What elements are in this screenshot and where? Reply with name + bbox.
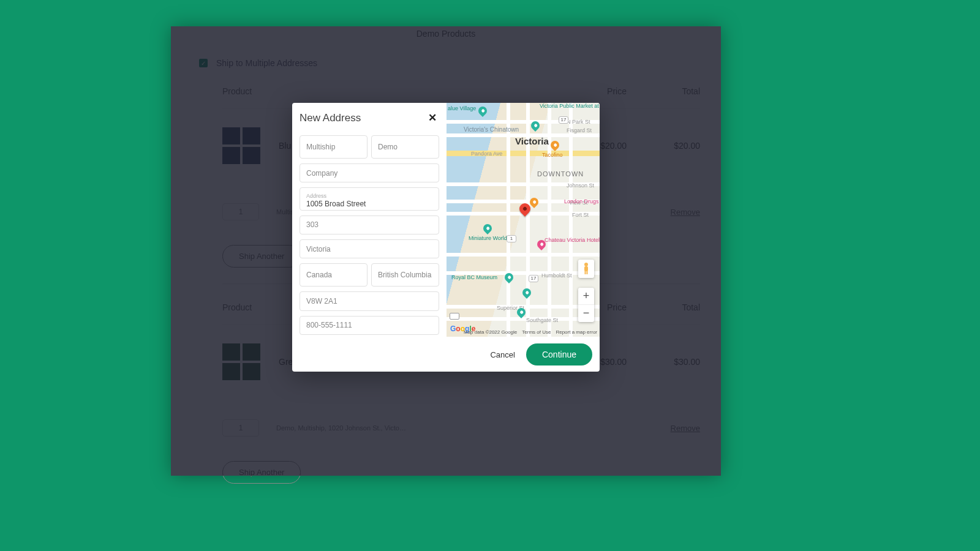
- modal-footer: Cancel Continue: [292, 337, 600, 372]
- close-icon[interactable]: ✕: [426, 109, 439, 127]
- poi-public-market-label: Victoria Public Market at the Hudson: [540, 103, 595, 109]
- map-chinatown-label: Victoria's Chinatown: [464, 126, 519, 133]
- modal-form: New Address ✕ Multiship Demo Company Add…: [292, 103, 447, 337]
- map-report[interactable]: Report a map error: [556, 329, 597, 335]
- zoom-controls: + −: [578, 288, 594, 322]
- address2-field[interactable]: 303: [300, 216, 439, 234]
- svg-rect-3: [587, 271, 588, 274]
- address-field[interactable]: Address 1005 Broad Street: [300, 187, 439, 210]
- city-field[interactable]: Victoria: [300, 239, 439, 258]
- map-panel[interactable]: Victoria DOWNTOWN Victoria's Chinatown P…: [447, 103, 600, 337]
- first-name-field[interactable]: Multiship: [300, 135, 368, 159]
- poi-value-village: [477, 105, 489, 117]
- last-name-field[interactable]: Demo: [371, 135, 439, 159]
- map-terms[interactable]: Terms of Use: [522, 329, 551, 335]
- poi-value-village-label: alue Village: [448, 105, 476, 111]
- poi-miniature-label: Miniature World: [469, 235, 507, 241]
- poi-chateau-label: Chateau Victoria Hotel & Suites: [545, 237, 598, 243]
- company-field[interactable]: Company: [300, 163, 439, 182]
- modal-title: New Address: [300, 112, 361, 124]
- keyboard-shortcuts-icon[interactable]: [450, 313, 459, 320]
- svg-rect-2: [585, 271, 586, 274]
- zoom-out-button[interactable]: −: [578, 305, 594, 322]
- poi-tacofino-label: Tacofino: [542, 152, 563, 158]
- cancel-button[interactable]: Cancel: [490, 350, 514, 359]
- address-value: 1005 Broad Street: [306, 200, 432, 208]
- street-johnson: Johnson St: [567, 182, 594, 189]
- route-shield-1: 1: [507, 235, 516, 242]
- svg-point-0: [584, 263, 588, 266]
- new-address-modal: New Address ✕ Multiship Demo Company Add…: [292, 103, 600, 372]
- map-city-label: Victoria: [515, 136, 549, 146]
- poi-1: [521, 287, 533, 299]
- street-southgate: Southgate St: [526, 317, 558, 323]
- address-label: Address: [306, 193, 432, 199]
- country-field[interactable]: Canada: [300, 263, 368, 287]
- street-humboldt: Humboldt St: [541, 272, 572, 279]
- street-pandora: Pandora Ave: [471, 151, 502, 157]
- phone-field[interactable]: 800-555-1111: [300, 316, 439, 335]
- zoom-in-button[interactable]: +: [578, 288, 594, 305]
- poi-miniature: [481, 222, 494, 234]
- street-fort: Fort St: [572, 212, 589, 218]
- street-npark: N Park St: [567, 119, 590, 125]
- province-field[interactable]: British Columbia: [371, 263, 439, 287]
- map-downtown-label: DOWNTOWN: [537, 170, 584, 178]
- continue-button[interactable]: Continue: [526, 343, 592, 365]
- map-attribution: Map data ©2022 Google Terms of Use Repor…: [464, 329, 597, 335]
- map-data: Map data ©2022 Google: [464, 329, 517, 335]
- poi-royal-bc-label: Royal BC Museum: [451, 274, 497, 280]
- pegman-icon[interactable]: [578, 260, 594, 278]
- postal-field[interactable]: V8W 2A1: [300, 291, 439, 310]
- street-fisgard: Fisgard St: [567, 127, 592, 133]
- route-shield-17a: 17: [559, 116, 568, 124]
- route-shield-17b: 17: [529, 275, 538, 282]
- svg-rect-1: [584, 266, 588, 271]
- poi-london-drugs-label: London Drugs: [564, 198, 599, 204]
